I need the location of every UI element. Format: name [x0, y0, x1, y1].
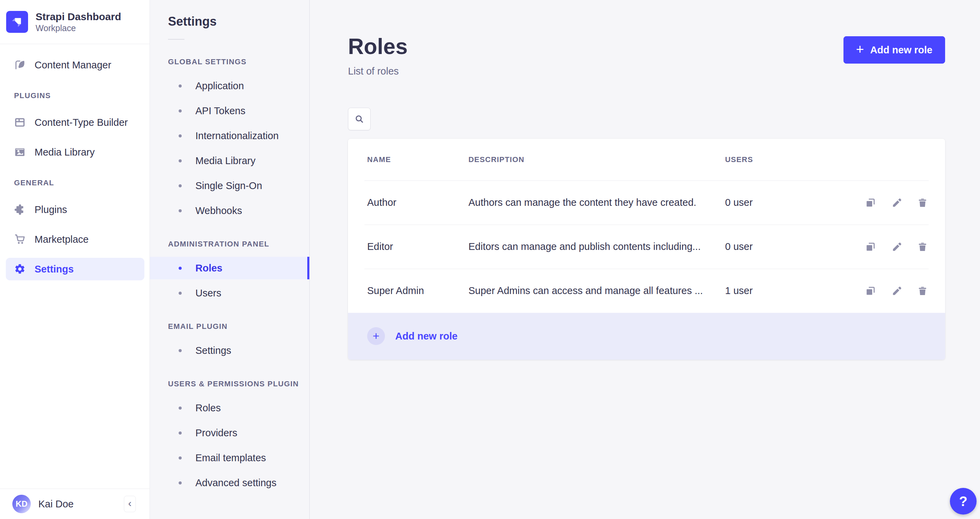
sidebar-item-content-type-builder[interactable]: Content-Type Builder	[6, 111, 145, 134]
delete-button[interactable]	[916, 241, 929, 253]
delete-button[interactable]	[916, 197, 929, 209]
avatar[interactable]: KD	[12, 495, 31, 513]
subnav-item-up-providers[interactable]: Providers	[150, 422, 309, 444]
strapi-logo-icon	[6, 11, 28, 33]
subnav-item-label: Webhooks	[196, 205, 242, 216]
bullet-icon	[179, 134, 182, 137]
sidebar-item-label: Content Manager	[35, 59, 111, 71]
app-root: Strapi Dashboard Workplace Content Manag…	[0, 0, 980, 519]
plus-icon: +	[856, 49, 864, 51]
subnav-item-label: Application	[196, 80, 244, 92]
page-title: Roles	[348, 34, 407, 59]
role-description: Editors can manage and publish contents …	[468, 241, 725, 252]
table-footer-add-row[interactable]: + Add new role	[348, 313, 945, 360]
role-name: Super Admin	[367, 285, 468, 297]
user-name: Kai Doe	[38, 498, 124, 510]
subnav-item-label: Internationalization	[196, 130, 278, 141]
subnav-item-label: API Tokens	[196, 105, 245, 117]
settings-subnav: Settings GLOBAL SETTINGS Application API…	[150, 0, 310, 519]
bullet-icon	[179, 209, 182, 212]
subnav-item-internationalization[interactable]: Internationalization	[150, 124, 309, 147]
workspace-switcher[interactable]: Strapi Dashboard Workplace	[0, 0, 150, 44]
role-name: Editor	[367, 241, 468, 252]
row-actions	[842, 241, 929, 253]
sidebar-nav: Content Manager PLUGINS Content-Type Bui…	[0, 44, 150, 489]
duplicate-button[interactable]	[864, 241, 877, 253]
subnav-item-email-settings[interactable]: Settings	[150, 339, 309, 362]
trash-icon	[917, 285, 928, 297]
subnav-item-label: Advanced settings	[196, 477, 277, 489]
bullet-icon	[179, 349, 182, 352]
subnav-title-rule	[168, 39, 185, 40]
subnav-item-label: Settings	[196, 345, 231, 356]
edit-button[interactable]	[890, 241, 903, 253]
table-row-super-admin[interactable]: Super Admin Super Admins can access and …	[348, 269, 945, 313]
search-button[interactable]	[348, 108, 371, 130]
role-users-count: 0 user	[725, 241, 842, 252]
table-header-row: NAME DESCRIPTION USERS	[348, 139, 945, 181]
sidebar-section-general: GENERAL	[6, 178, 145, 187]
pencil-icon	[891, 285, 902, 297]
cart-icon	[14, 233, 25, 245]
subnav-section-users-permissions-plugin: USERS & PERMISSIONS PLUGIN	[150, 379, 309, 389]
sidebar-item-settings[interactable]: Settings	[6, 258, 145, 280]
sidebar-item-marketplace[interactable]: Marketplace	[6, 228, 145, 251]
bullet-icon	[179, 406, 182, 409]
subnav-item-label: Email templates	[196, 452, 266, 463]
sidebar-footer: KD Kai Doe ‹	[0, 489, 150, 519]
subnav-item-up-email-templates[interactable]: Email templates	[150, 446, 309, 469]
subnav-item-admin-users[interactable]: Users	[150, 282, 309, 304]
bullet-icon	[179, 159, 182, 162]
page-subtitle: List of roles	[348, 66, 407, 77]
subnav-item-label: Roles	[196, 263, 223, 274]
chevron-left-icon: ‹	[128, 498, 132, 508]
subnav-item-up-advanced-settings[interactable]: Advanced settings	[150, 471, 309, 494]
row-actions	[842, 197, 929, 209]
role-users-count: 1 user	[725, 285, 842, 297]
column-header-users: USERS	[725, 155, 842, 164]
brand-title: Strapi Dashboard	[36, 10, 121, 23]
duplicate-button[interactable]	[864, 285, 877, 297]
plus-circle-icon: +	[367, 327, 385, 345]
sidebar-section-plugins: PLUGINS	[6, 91, 145, 100]
subnav-item-up-roles[interactable]: Roles	[150, 397, 309, 419]
collapse-sidebar-button[interactable]: ‹	[124, 496, 136, 512]
help-button[interactable]: ?	[950, 488, 977, 514]
search-icon	[355, 114, 364, 124]
question-mark-icon: ?	[959, 494, 967, 509]
row-actions	[842, 285, 929, 297]
subnav-item-label: Providers	[196, 427, 237, 439]
sidebar-item-media-library[interactable]: Media Library	[6, 141, 145, 163]
sidebar-item-label: Settings	[35, 263, 73, 275]
subnav-section-global-settings: GLOBAL SETTINGS	[150, 57, 309, 66]
bullet-icon	[179, 432, 182, 435]
subnav-item-webhooks[interactable]: Webhooks	[150, 199, 309, 222]
subnav-section-email-plugin: EMAIL PLUGIN	[150, 322, 309, 331]
roles-table: NAME DESCRIPTION USERS Author Authors ca…	[348, 139, 945, 360]
bullet-icon	[179, 456, 182, 460]
main-content: Roles List of roles + Add new role NAME …	[310, 0, 980, 519]
duplicate-button[interactable]	[864, 197, 877, 209]
subnav-item-admin-roles[interactable]: Roles	[150, 257, 309, 279]
edit-button[interactable]	[890, 285, 903, 297]
feather-icon	[14, 59, 25, 71]
table-row-editor[interactable]: Editor Editors can manage and publish co…	[348, 225, 945, 269]
subnav-item-media-library[interactable]: Media Library	[150, 149, 309, 172]
pencil-icon	[891, 197, 902, 209]
bullet-icon	[179, 110, 182, 113]
edit-button[interactable]	[890, 197, 903, 209]
subnav-item-label: Media Library	[196, 155, 256, 167]
delete-button[interactable]	[916, 285, 929, 297]
page-header: Roles List of roles + Add new role	[348, 0, 945, 77]
sidebar-item-content-manager[interactable]: Content Manager	[6, 54, 145, 76]
add-new-role-button[interactable]: + Add new role	[843, 36, 945, 63]
main-sidebar: Strapi Dashboard Workplace Content Manag…	[0, 0, 150, 519]
subnav-item-single-sign-on[interactable]: Single Sign-On	[150, 175, 309, 197]
sidebar-item-plugins[interactable]: Plugins	[6, 198, 145, 221]
subnav-item-application[interactable]: Application	[150, 75, 309, 97]
table-row-author[interactable]: Author Authors can manage the content th…	[348, 181, 945, 225]
bullet-icon	[179, 481, 182, 484]
role-users-count: 0 user	[725, 197, 842, 208]
column-header-description: DESCRIPTION	[468, 155, 725, 164]
subnav-item-api-tokens[interactable]: API Tokens	[150, 100, 309, 122]
